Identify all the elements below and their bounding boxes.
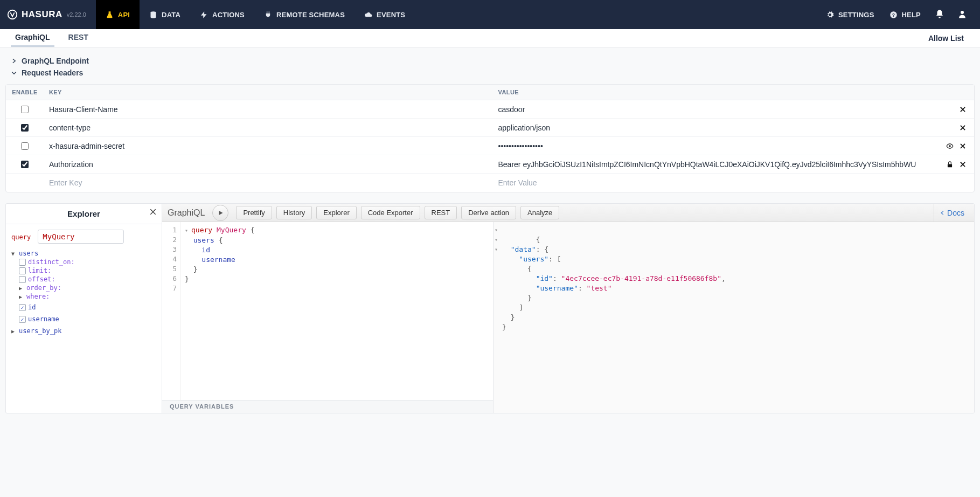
lock-icon[interactable] (946, 161, 954, 168)
tree-node-users-by-pk[interactable]: ▶users_by_pk (11, 327, 156, 335)
cloud-icon (364, 11, 372, 19)
help-icon: ? (889, 11, 898, 19)
close-icon[interactable] (959, 106, 967, 113)
header-row-new (6, 174, 974, 192)
tree-arg-distinct-on[interactable]: distinct_on: (19, 258, 156, 266)
close-icon[interactable] (959, 161, 967, 168)
query-variables-toggle[interactable]: QUERY VARIABLES (162, 400, 493, 413)
tree-arg-limit[interactable]: limit: (19, 266, 156, 275)
history-button[interactable]: History (276, 206, 312, 219)
docs-button[interactable]: Docs (934, 204, 970, 222)
tree-arg-order-by[interactable]: ▶order_by: (19, 284, 156, 292)
tab-graphiql[interactable]: GraphiQL (11, 29, 54, 47)
query-name-input[interactable] (38, 230, 124, 244)
tree-arg-offset[interactable]: offset: (19, 275, 156, 284)
nav-remote-schemas[interactable]: REMOTE SCHEMAS (254, 0, 355, 29)
query-editor[interactable]: 1 2 3 4 5 6 7 ▾ query MyQuery { users { … (162, 222, 493, 400)
line-number: 4 (162, 254, 177, 264)
header-enable-checkbox[interactable] (21, 161, 29, 168)
explorer-close-button[interactable] (149, 208, 157, 218)
header-key[interactable]: content-type (44, 119, 493, 136)
explorer-body[interactable]: query ▼users distinct_on: limit: offset:… (6, 224, 162, 413)
nav-remote-label: REMOTE SCHEMAS (276, 11, 345, 19)
header-enable-checkbox[interactable] (21, 106, 29, 113)
explorer-button[interactable]: Explorer (316, 206, 356, 219)
tree-node-users[interactable]: ▼users (11, 249, 156, 258)
header-key[interactable]: x-hasura-admin-secret (44, 137, 493, 155)
nav-api[interactable]: API (96, 0, 140, 29)
tree-field-id[interactable]: id (19, 303, 156, 312)
col-key-header: KEY (44, 85, 493, 100)
nav-data[interactable]: DATA (140, 0, 190, 29)
line-number: 1 (162, 225, 177, 235)
analyze-button[interactable]: Analyze (520, 206, 559, 219)
allow-list-link[interactable]: Allow List (928, 29, 969, 47)
code-exporter-button[interactable]: Code Exporter (361, 206, 420, 219)
graphiql-container: Explorer query ▼users distinct_on: limit… (5, 203, 975, 413)
tree-label: users (19, 250, 38, 257)
query-code: ▾ query MyQuery { users { id username } … (180, 222, 254, 400)
nav-actions[interactable]: ACTIONS (190, 0, 254, 29)
header-value[interactable]: casdoor (498, 105, 937, 114)
nav-events-label: EVENTS (377, 11, 405, 19)
header-value[interactable]: application/json (498, 123, 937, 132)
nav-api-label: API (118, 11, 130, 19)
tree-label: limit: (28, 267, 51, 274)
tree-label: order_by: (26, 284, 61, 292)
flask-icon (106, 11, 114, 19)
col-enable-header: ENABLE (6, 85, 44, 100)
nav-events[interactable]: EVENTS (355, 0, 415, 29)
graphiql-main: GraphiQL Prettify History Explorer Code … (162, 204, 974, 413)
new-header-value-input[interactable] (498, 178, 937, 187)
explorer-title: Explorer (67, 209, 100, 218)
logo[interactable]: HASURA (6, 9, 62, 20)
header-key[interactable]: Hasura-Client-Name (44, 101, 493, 118)
line-number: 5 (162, 264, 177, 274)
nav-help[interactable]: ? HELP (882, 11, 928, 19)
bell-icon (935, 9, 944, 19)
close-icon[interactable] (959, 142, 967, 150)
result-pane[interactable]: ▾▾▾{ "data": { "users": [ { "id": "4ec7c… (494, 222, 974, 413)
graphiql-title: GraphiQL (166, 208, 208, 218)
notifications-button[interactable] (928, 9, 951, 20)
header-key[interactable]: Authorization (44, 156, 493, 173)
line-gutter: 1 2 3 4 5 6 7 (162, 222, 180, 400)
nav-settings[interactable]: SETTINGS (818, 11, 882, 19)
close-icon (149, 208, 157, 216)
svg-point-5 (949, 145, 951, 147)
header-enable-checkbox[interactable] (21, 124, 29, 132)
close-icon[interactable] (959, 124, 967, 132)
execute-button[interactable] (212, 205, 228, 221)
gear-icon (826, 11, 834, 19)
nav-actions-label: ACTIONS (212, 11, 245, 19)
tree-field-username[interactable]: username (19, 315, 156, 323)
play-icon (217, 210, 224, 216)
bolt-icon (200, 11, 208, 19)
tab-rest[interactable]: REST (64, 29, 93, 47)
headers-label: Request Headers (22, 68, 83, 77)
svg-point-0 (8, 10, 17, 19)
graphql-endpoint-toggle[interactable]: GraphQL Endpoint (11, 55, 969, 67)
rest-button[interactable]: REST (425, 206, 457, 219)
header-enable-checkbox[interactable] (21, 142, 29, 150)
header-row: x-hasura-admin-secret ••••••••••••••••• (6, 137, 974, 155)
prettify-button[interactable]: Prettify (236, 206, 272, 219)
brand-text: HASURA (22, 9, 62, 20)
tree-label: distinct_on: (28, 258, 75, 266)
header-row: Hasura-Client-Name casdoor (6, 100, 974, 119)
account-button[interactable] (951, 9, 974, 20)
tree-label: where: (26, 293, 50, 300)
editor-row: 1 2 3 4 5 6 7 ▾ query MyQuery { users { … (162, 222, 974, 413)
eye-icon[interactable] (946, 142, 954, 150)
explorer-header: Explorer (6, 204, 162, 224)
request-headers-toggle[interactable]: Request Headers (11, 67, 969, 79)
header-row: Authorization Bearer eyJhbGciOiJSUzI1NiI… (6, 155, 974, 174)
header-value[interactable]: ••••••••••••••••• (498, 142, 937, 150)
new-header-key-input[interactable] (49, 178, 488, 187)
header-value[interactable]: Bearer eyJhbGciOiJSUzI1NiIsImtpZCI6ImNIc… (498, 160, 937, 169)
request-headers-table: ENABLE KEY VALUE Hasura-Client-Name casd… (5, 84, 975, 192)
derive-action-button[interactable]: Derive action (461, 206, 516, 219)
plug-icon (264, 11, 272, 19)
tree-arg-where[interactable]: ▶where: (19, 292, 156, 301)
col-value-header-label: VALUE (498, 89, 519, 95)
